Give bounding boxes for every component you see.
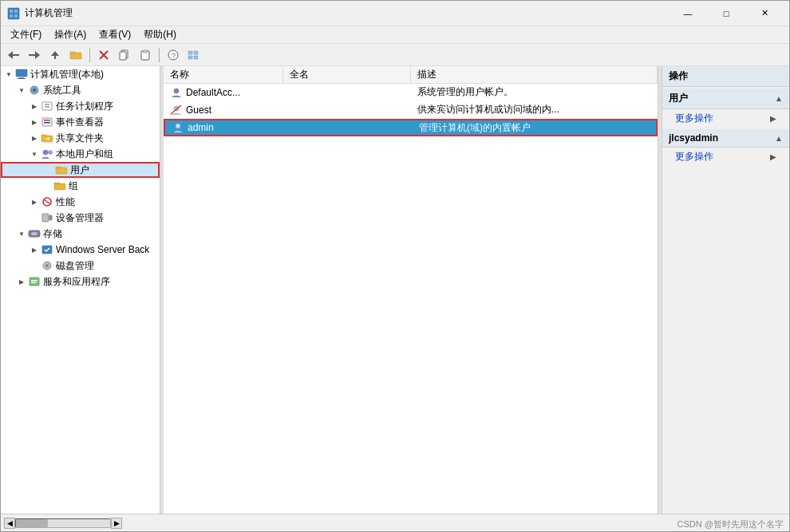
event-icon (41, 116, 53, 128)
scroll-right-button[interactable]: ▶ (111, 518, 122, 529)
wsb-icon (41, 243, 53, 256)
root-expand-icon: ▼ (2, 68, 15, 81)
svg-rect-34 (44, 120, 50, 121)
tree-groups[interactable]: 组 (1, 178, 160, 194)
tree-services-apps[interactable]: ▶ 服务和应用程序 (1, 274, 160, 290)
operations-panel: 操作 用户 ▲ 更多操作 ▶ jlcsyadmin ▲ (662, 66, 789, 514)
tree-storage[interactable]: ▼ 存储 (1, 226, 160, 242)
svg-point-38 (43, 150, 48, 155)
ops-users-header[interactable]: 用户 ▲ (662, 89, 789, 109)
svg-rect-8 (29, 54, 37, 56)
svg-rect-22 (194, 51, 198, 54)
cell-guest-name: Guest (164, 104, 283, 116)
svg-rect-56 (31, 282, 36, 284)
ops-jlcsyadmin-more[interactable]: 更多操作 ▶ (662, 148, 789, 166)
local-users-icon (41, 148, 53, 160)
disk-icon (41, 259, 53, 272)
horizontal-scrollbar[interactable] (15, 518, 111, 528)
header-name[interactable]: 名称 (164, 66, 283, 83)
ops-jlcsyadmin-header[interactable]: jlcsyadmin ▲ (662, 129, 789, 148)
scrollbar-thumb (16, 519, 48, 527)
svg-rect-41 (56, 167, 61, 168)
svg-rect-3 (10, 14, 13, 18)
ops-section-operations: 操作 (662, 66, 789, 87)
scroll-left-button[interactable]: ◀ (4, 518, 15, 529)
header-desc[interactable]: 描述 (411, 66, 658, 83)
tree-root[interactable]: ▼ 计算机管理(本地) (1, 66, 160, 82)
list-row-default[interactable]: DefaultAcc... 系统管理的用户帐户。 (164, 84, 658, 101)
tree-event-viewer[interactable]: ▶ 事件查看器 (1, 114, 160, 130)
local-users-label: 本地用户和组 (56, 148, 113, 161)
minimize-button[interactable]: — (670, 1, 706, 26)
tree-performance[interactable]: ▶ 性能 (1, 194, 160, 210)
ops-section-users: 用户 ▲ 更多操作 ▶ (662, 89, 789, 128)
close-button[interactable]: ✕ (746, 1, 783, 26)
open-button[interactable] (66, 46, 85, 64)
svg-rect-30 (42, 102, 52, 110)
menu-help[interactable]: 帮助(H) (137, 26, 183, 43)
tree-device-manager[interactable]: 设备管理器 (1, 210, 160, 226)
delete-button[interactable] (94, 46, 113, 64)
tree-shared-folders[interactable]: ▶ 共享文件夹 (1, 130, 160, 146)
toolbar: ? (1, 44, 789, 66)
help-button[interactable]: ? (164, 46, 183, 64)
wsb-expand-icon: ▶ (28, 243, 41, 256)
tree-users[interactable]: 用户 (1, 162, 160, 178)
users-groups-expand-icon: ▼ (28, 148, 41, 160)
ops-users-more-label: 更多操作 (675, 112, 713, 125)
tree-wsb[interactable]: ▶ Windows Server Back (1, 242, 160, 258)
shared-icon (41, 132, 53, 144)
groups-label: 组 (69, 179, 78, 193)
main-content: ▼ 计算机管理(本地) ▼ 系统工具 ▶ 任务计划程序 (1, 66, 789, 514)
forward-button[interactable] (25, 46, 44, 64)
svg-point-53 (46, 265, 48, 266)
maximize-button[interactable]: □ (708, 1, 745, 26)
back-button[interactable] (4, 46, 23, 64)
root-label: 计算机管理(本地) (30, 68, 104, 81)
svg-point-57 (174, 89, 179, 93)
tree-task-scheduler[interactable]: ▶ 任务计划程序 (1, 98, 160, 114)
users-label: 用户 (70, 164, 89, 177)
svg-rect-54 (30, 278, 39, 286)
main-window: 计算机管理 — □ ✕ 文件(F) 操作(A) 查看(V) 帮助(H) (0, 0, 790, 532)
tree-system-tools[interactable]: ▼ 系统工具 (1, 82, 160, 98)
menu-view[interactable]: 查看(V) (93, 26, 137, 43)
svg-point-60 (176, 124, 180, 128)
title-bar: 计算机管理 — □ ✕ (1, 1, 789, 26)
header-fullname[interactable]: 全名 (283, 66, 411, 83)
computer-icon (15, 68, 28, 81)
svg-rect-16 (120, 52, 126, 60)
svg-text:?: ? (172, 52, 176, 60)
ops-users-more[interactable]: 更多操作 ▶ (662, 109, 789, 128)
menu-file[interactable]: 文件(F) (4, 26, 48, 43)
ops-section-jlcsyadmin: jlcsyadmin ▲ 更多操作 ▶ (662, 129, 789, 166)
tree-local-users-groups[interactable]: ▼ 本地用户和组 (1, 146, 160, 162)
svg-rect-6 (11, 54, 19, 56)
disk-expand-icon (28, 259, 41, 272)
svg-rect-2 (14, 10, 18, 13)
svg-rect-10 (54, 55, 56, 59)
list-row-admin[interactable]: admin 管理计算机(域)的内置帐户 (164, 119, 658, 136)
view-button[interactable] (184, 46, 203, 64)
svg-rect-43 (54, 183, 59, 184)
cell-default-desc: 系统管理的用户帐户。 (411, 85, 658, 99)
svg-rect-37 (41, 135, 46, 136)
ops-jlcsyadmin-more-arrow-icon: ▶ (770, 152, 776, 161)
users-folder-icon (55, 164, 68, 176)
event-label: 事件查看器 (56, 116, 104, 129)
status-bar: ◀ ▶ (1, 514, 789, 531)
performance-label: 性能 (56, 195, 75, 209)
tree-disk-mgmt[interactable]: 磁盘管理 (1, 258, 160, 274)
services-label: 服务和应用程序 (43, 275, 110, 289)
paste-button[interactable] (136, 46, 155, 64)
up-button[interactable] (45, 46, 65, 64)
svg-rect-4 (14, 14, 18, 18)
menu-action[interactable]: 操作(A) (48, 26, 93, 43)
svg-point-39 (49, 151, 53, 155)
list-row-guest[interactable]: Guest 供来宾访问计算机或访问域的内... (164, 101, 658, 119)
services-icon (28, 275, 41, 288)
event-expand-icon: ▶ (28, 116, 41, 128)
ops-jlcsyadmin-collapse-icon: ▲ (775, 134, 783, 143)
ops-header[interactable]: 操作 (662, 66, 789, 87)
copy-button[interactable] (115, 46, 134, 64)
